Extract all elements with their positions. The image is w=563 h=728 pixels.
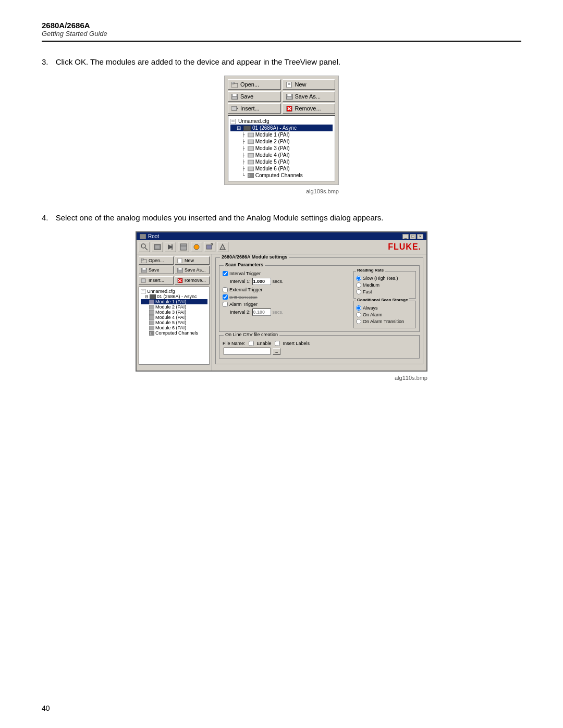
svg-rect-28 bbox=[249, 154, 253, 157]
tree-root: Unnamed.cfg bbox=[230, 118, 333, 125]
svg-rect-39 bbox=[155, 245, 160, 249]
slow-radio-row: Slow (High Res.) bbox=[356, 276, 413, 281]
tree-module-1: ├ Module 1 (PAI) bbox=[230, 131, 333, 138]
medium-radio[interactable] bbox=[356, 282, 361, 288]
remove-icon-small bbox=[177, 278, 183, 283]
alarm-trigger-checkbox[interactable] bbox=[223, 302, 228, 307]
insert-button[interactable]: Insert... bbox=[228, 103, 281, 114]
ss2-module1: Module 1 (PAI) bbox=[141, 299, 207, 304]
ss2-insert-button[interactable]: Insert... bbox=[139, 276, 174, 285]
ss2-remove-button[interactable]: Remove... bbox=[175, 276, 210, 285]
save-button[interactable]: Save bbox=[228, 91, 281, 102]
insert-labels-checkbox[interactable] bbox=[275, 341, 280, 346]
svg-text:Σ: Σ bbox=[248, 174, 251, 178]
tree-module-5: ├ Module 5 (PAI) bbox=[230, 158, 333, 165]
open-button[interactable]: Open... bbox=[228, 79, 281, 90]
drift-correction-checkbox[interactable] bbox=[223, 294, 228, 300]
screenshot1: Open... New Save bbox=[224, 76, 339, 185]
interval1-input[interactable] bbox=[252, 278, 271, 285]
svg-rect-66 bbox=[149, 315, 154, 320]
ss1-toolbar-row2: Insert... Remove... bbox=[228, 103, 335, 114]
saveas-icon-small bbox=[177, 268, 183, 273]
step4-text: 4. Select one of the analog modules you … bbox=[57, 213, 521, 222]
close-button[interactable]: × bbox=[417, 234, 423, 239]
browse-button[interactable]: ... bbox=[273, 348, 280, 355]
tree-module-4: ├ Module 4 (PAI) bbox=[230, 152, 333, 158]
on-alarm-radio[interactable] bbox=[356, 312, 361, 317]
svg-rect-32 bbox=[249, 167, 253, 170]
file-name-label: File Name: bbox=[223, 341, 246, 346]
svg-rect-53 bbox=[142, 268, 146, 270]
toolbar-btn3[interactable] bbox=[178, 242, 189, 252]
svg-rect-9 bbox=[287, 94, 291, 96]
external-trigger-checkbox[interactable] bbox=[223, 287, 228, 292]
svg-rect-64 bbox=[149, 305, 154, 310]
interval2-label: Interval 2: bbox=[230, 310, 251, 315]
module2-label: Module 2 (PAI) bbox=[255, 139, 290, 144]
online-csv-group: On Line CSV file creation File Name: Ena… bbox=[219, 335, 420, 359]
toolbar-btn4[interactable] bbox=[191, 242, 202, 252]
svg-rect-6 bbox=[232, 94, 237, 96]
interval-trigger-label: Interval Trigger bbox=[229, 271, 261, 276]
ss2-computed: Σ Computed Channels bbox=[141, 330, 207, 336]
search-icon[interactable] bbox=[139, 242, 150, 252]
svg-rect-67 bbox=[149, 320, 154, 325]
on-alarm-transition-radio[interactable] bbox=[356, 319, 361, 324]
module-icon4 bbox=[248, 153, 254, 158]
toolbar-btn2[interactable] bbox=[165, 242, 176, 252]
module1-label: Module 1 (PAI) bbox=[255, 132, 290, 138]
module-icon6 bbox=[248, 166, 254, 171]
svg-rect-63 bbox=[149, 300, 154, 304]
scan-right: Reading Rate Slow (High Res.) bbox=[353, 271, 416, 328]
toolbar-btn1[interactable] bbox=[152, 242, 163, 252]
fast-radio-row: Fast bbox=[356, 289, 413, 294]
alarm-trigger-row: Alarm Trigger bbox=[223, 302, 349, 307]
on-alarm-transition-radio-row: On Alarm Transition bbox=[356, 319, 413, 324]
ss2-module3: Module 3 (PAI) bbox=[141, 310, 207, 315]
fluke-logo: FLUKE. bbox=[388, 242, 421, 252]
saveas-button[interactable]: Save As... bbox=[283, 91, 336, 102]
interval2-input[interactable] bbox=[252, 309, 271, 316]
ss2-saveas-button[interactable]: Save As... bbox=[175, 266, 210, 274]
online-csv-title: On Line CSV file creation bbox=[224, 332, 279, 337]
toolbar-btn5[interactable] bbox=[204, 242, 215, 252]
fast-radio[interactable] bbox=[356, 289, 361, 294]
tree-root-label: Unnamed.cfg bbox=[238, 118, 269, 124]
reading-rate-group: Reading Rate Slow (High Res.) bbox=[353, 271, 416, 299]
file-name-input[interactable] bbox=[224, 348, 271, 355]
ss2-save-button[interactable]: Save bbox=[139, 266, 174, 274]
ss1-toolbar-row1: Open... New Save bbox=[228, 79, 335, 102]
saveas-icon bbox=[286, 94, 293, 100]
interval-trigger-checkbox[interactable] bbox=[223, 271, 228, 276]
slow-radio[interactable] bbox=[356, 276, 361, 281]
new-button[interactable]: New bbox=[283, 79, 336, 90]
module3-label: Module 3 (PAI) bbox=[255, 145, 290, 151]
scan-params-content: Interval Trigger Interval 1: secs. bbox=[223, 269, 416, 328]
reading-rate-title: Reading Rate bbox=[356, 268, 385, 273]
always-radio[interactable] bbox=[356, 305, 361, 311]
maximize-button[interactable]: □ bbox=[410, 234, 416, 239]
svg-rect-26 bbox=[249, 147, 253, 150]
svg-rect-24 bbox=[249, 140, 253, 143]
interval1-row: Interval 1: secs. bbox=[223, 278, 349, 285]
ss2-left-panel: Open... New Save Save As... bbox=[137, 254, 212, 371]
svg-rect-35 bbox=[140, 234, 146, 239]
remove-button[interactable]: Remove... bbox=[283, 103, 336, 114]
open-icon bbox=[231, 82, 238, 88]
computed-icon-small: Σ bbox=[149, 331, 154, 336]
device-icon bbox=[243, 126, 251, 131]
medium-label: Medium bbox=[363, 282, 380, 288]
svg-rect-60 bbox=[141, 289, 145, 294]
ss2-new-button[interactable]: New bbox=[175, 256, 210, 265]
screenshot2: Root _ □ × bbox=[136, 231, 427, 372]
enable-checkbox[interactable] bbox=[249, 341, 254, 346]
ss2-open-button[interactable]: Open... bbox=[139, 256, 174, 265]
svg-point-44 bbox=[194, 244, 199, 250]
toolbar-btn6[interactable] bbox=[217, 242, 228, 252]
ss2-titlebar: Root _ □ × bbox=[137, 232, 426, 240]
open-label: Open... bbox=[240, 81, 259, 88]
minimize-button[interactable]: _ bbox=[402, 234, 409, 239]
ss2-right-panel: 2680A/2686A Module settings Scan Paramet… bbox=[212, 254, 426, 371]
scan-params-title: Scan Parameters bbox=[224, 262, 265, 267]
ss2-title: Root bbox=[148, 233, 159, 239]
